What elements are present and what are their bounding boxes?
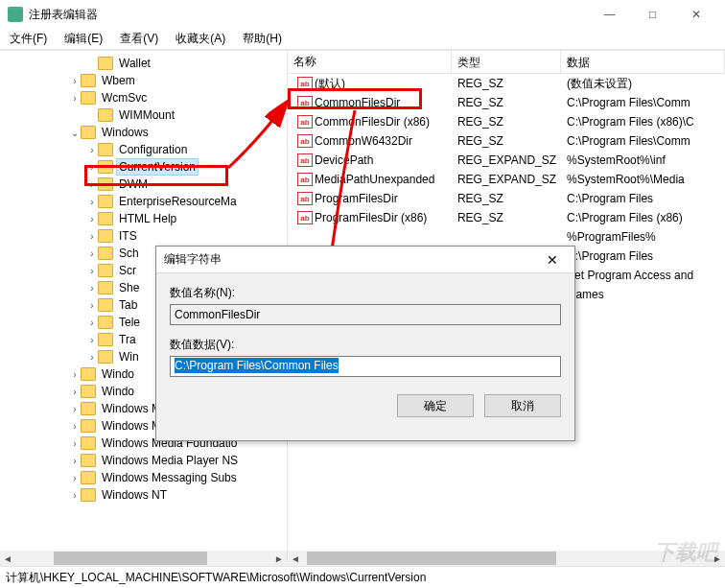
scroll-right-icon[interactable]: ► (710, 553, 725, 564)
row-name: ProgramFilesDir (315, 192, 398, 205)
list-row[interactable]: abCommonW6432DirREG_SZC:\Program Files\C… (288, 131, 725, 151)
tree-label: Sch (117, 246, 141, 261)
expander-icon[interactable]: › (69, 93, 81, 104)
expander-icon[interactable]: › (69, 387, 81, 397)
expander-icon[interactable]: › (86, 335, 98, 345)
string-value-icon: ab (297, 153, 313, 167)
tree-item[interactable]: ›ITS (0, 227, 287, 245)
col-name[interactable]: 名称 (288, 51, 452, 73)
tree-label: Scr (117, 263, 138, 278)
tree-item[interactable]: ›Windows Media Player NS (0, 452, 287, 469)
expander-icon[interactable]: › (86, 145, 98, 155)
tree-label: Windo (100, 384, 136, 399)
row-name: CommonFilesDir (x86) (315, 115, 430, 129)
expander-icon[interactable]: › (86, 248, 98, 259)
tree-item[interactable]: ›Wbem (0, 72, 287, 89)
col-type[interactable]: 类型 (452, 51, 561, 73)
tree-label: Windows Messaging Subs (100, 470, 239, 485)
expander-icon[interactable]: › (86, 266, 98, 276)
folder-icon (98, 57, 113, 70)
row-data: Set Program Access and (561, 269, 725, 282)
value-name-input[interactable] (170, 304, 561, 325)
statusbar: 计算机\HKEY_LOCAL_MACHINE\SOFTWARE\Microsof… (0, 566, 725, 587)
expander-icon[interactable]: ⌄ (69, 128, 81, 138)
tree-item[interactable]: ›DWM (0, 176, 287, 193)
expander-icon[interactable]: › (69, 473, 81, 483)
expander-icon[interactable]: › (69, 456, 81, 466)
maximize-button[interactable]: □ (631, 1, 674, 28)
row-type: REG_EXPAND_SZ (452, 153, 561, 167)
menu-help[interactable]: 帮助(H) (239, 29, 286, 49)
expander-icon[interactable]: › (86, 231, 98, 242)
folder-icon (98, 350, 113, 364)
ok-button[interactable]: 确定 (397, 394, 474, 417)
expander-icon[interactable]: › (86, 300, 98, 311)
folder-icon (81, 488, 96, 502)
menu-favorites[interactable]: 收藏夹(A) (172, 29, 229, 49)
folder-icon (98, 229, 113, 243)
tree-item[interactable]: ⌄Windows (0, 124, 287, 141)
tree-item[interactable]: ›CurrentVersion (0, 158, 287, 176)
row-name: MediaPathUnexpanded (315, 173, 434, 186)
expander-icon[interactable]: › (69, 76, 81, 86)
menu-edit[interactable]: 编辑(E) (60, 29, 106, 49)
list-row[interactable]: abProgramFilesDirREG_SZC:\Program Files (288, 189, 725, 208)
row-name: (默认) (315, 76, 345, 92)
expander-icon[interactable]: › (86, 197, 98, 207)
expander-icon[interactable]: › (86, 179, 98, 190)
expander-icon[interactable]: › (69, 421, 81, 432)
tree-item[interactable]: Wallet (0, 55, 287, 72)
list-row[interactable]: abDevicePathREG_EXPAND_SZ%SystemRoot%\in… (288, 151, 725, 170)
expander-icon[interactable]: › (86, 283, 98, 294)
scroll-left-icon[interactable]: ◄ (288, 553, 303, 564)
col-data[interactable]: 数据 (561, 51, 725, 73)
list-row[interactable]: ab(默认)REG_SZ(数值未设置) (288, 74, 725, 93)
list-row[interactable]: %ProgramFiles% (288, 227, 725, 247)
value-data-text: C:\Program Files\Common Files (175, 358, 339, 373)
folder-icon (98, 195, 113, 208)
folder-icon (98, 108, 113, 122)
folder-icon (81, 402, 96, 415)
expander-icon[interactable]: › (86, 318, 98, 328)
list-header: 名称 类型 数据 (288, 51, 725, 74)
value-data-input[interactable]: C:\Program Files\Common Files (170, 356, 561, 377)
scroll-thumb[interactable] (54, 552, 207, 565)
minimize-button[interactable]: — (588, 1, 631, 28)
expander-icon[interactable]: › (69, 404, 81, 414)
tree-item[interactable]: ›Configuration (0, 141, 287, 158)
folder-icon (98, 333, 113, 346)
dialog-close-button[interactable]: ✕ (538, 252, 567, 268)
tree-scrollbar-h[interactable]: ◄ ► (0, 551, 287, 566)
expander-icon[interactable]: › (69, 438, 81, 449)
cancel-button[interactable]: 取消 (484, 394, 561, 417)
close-button[interactable]: ✕ (674, 1, 717, 28)
tree-item[interactable]: WIMMount (0, 106, 287, 124)
menu-view[interactable]: 查看(V) (116, 29, 162, 49)
menu-file[interactable]: 文件(F) (6, 29, 51, 49)
list-row[interactable]: abCommonFilesDirREG_SZC:\Program Files\C… (288, 93, 725, 112)
tree-item[interactable]: ›EnterpriseResourceMa (0, 193, 287, 210)
expander-icon[interactable]: › (86, 214, 98, 224)
tree-item[interactable]: ›HTML Help (0, 210, 287, 227)
list-row[interactable]: abMediaPathUnexpandedREG_EXPAND_SZ%Syste… (288, 170, 725, 189)
row-type: REG_SZ (452, 192, 561, 205)
scroll-right-icon[interactable]: ► (271, 553, 287, 564)
row-data: C:\Program Files\Comm (561, 134, 725, 148)
row-data: C:\Program Files (x86) (561, 211, 725, 224)
expander-icon[interactable]: › (69, 369, 81, 380)
list-row[interactable]: abProgramFilesDir (x86)REG_SZC:\Program … (288, 208, 725, 227)
expander-icon[interactable]: › (86, 352, 98, 363)
tree-item[interactable]: ›WcmSvc (0, 89, 287, 106)
scroll-thumb[interactable] (307, 552, 556, 565)
scroll-left-icon[interactable]: ◄ (0, 553, 15, 564)
expander-icon[interactable]: › (69, 490, 81, 501)
folder-icon (81, 419, 96, 433)
tree-item[interactable]: ›Windows Messaging Subs (0, 469, 287, 486)
tree-label: Wbem (100, 73, 137, 88)
tree-label: Tab (117, 297, 139, 313)
expander-icon[interactable]: › (86, 162, 98, 173)
tree-item[interactable]: ›Windows NT (0, 486, 287, 504)
list-row[interactable]: abCommonFilesDir (x86)REG_SZC:\Program F… (288, 112, 725, 131)
folder-icon (81, 385, 96, 398)
list-scrollbar-h[interactable]: ◄ ► (288, 551, 725, 566)
